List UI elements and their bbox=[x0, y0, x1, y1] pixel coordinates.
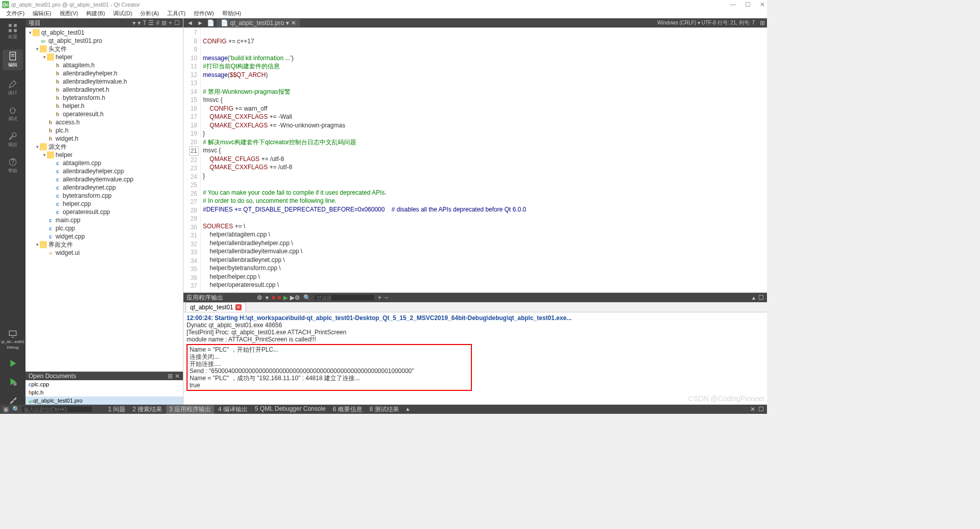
activity-welcome[interactable]: 欢迎 bbox=[3, 23, 23, 40]
tree-row[interactable]: helper.cpp bbox=[25, 200, 183, 208]
tree-row[interactable]: ▾helper bbox=[25, 53, 183, 61]
rerun-debug-icon[interactable]: ▶⚙ bbox=[290, 294, 300, 301]
statusbar-item[interactable]: 6 概要信息 bbox=[330, 405, 365, 414]
menu-file[interactable]: 文件(F) bbox=[3, 9, 28, 18]
status-close-icon[interactable]: ✕ bbox=[750, 406, 755, 413]
filter-input[interactable] bbox=[314, 294, 375, 301]
statusbar-item[interactable]: 3 应用程序输出 bbox=[166, 405, 214, 414]
tree-row[interactable]: allenbradleyitemvalue.h bbox=[25, 77, 183, 86]
menu-edit[interactable]: 编辑(E) bbox=[30, 9, 55, 18]
statusbar-item[interactable]: 1 问题 bbox=[105, 405, 128, 414]
activity-design[interactable]: 设计 bbox=[3, 80, 23, 96]
statusbar-item[interactable]: 4 编译输出 bbox=[215, 405, 251, 414]
opendoc-item[interactable]: plc.cpp bbox=[25, 380, 183, 388]
menu-help[interactable]: 帮助(H) bbox=[219, 9, 244, 18]
locator-input[interactable] bbox=[21, 406, 93, 413]
editor-split-icon[interactable]: ⊞ bbox=[760, 19, 765, 27]
tree-row[interactable]: widget.ui bbox=[25, 249, 183, 257]
menu-build[interactable]: 构建(B) bbox=[83, 9, 108, 18]
tree-row[interactable]: plc.h bbox=[25, 126, 183, 135]
activity-projects[interactable]: 项目 bbox=[3, 131, 23, 148]
zoom-in-icon[interactable]: + bbox=[378, 294, 382, 301]
tree-row[interactable]: widget.cpp bbox=[25, 232, 183, 241]
opendoc-item[interactable]: plc.h bbox=[25, 388, 183, 396]
tree-row[interactable]: abtagitem.cpp bbox=[25, 159, 183, 167]
debug-run-button[interactable] bbox=[3, 377, 23, 386]
activity-help[interactable]: ? 帮助 bbox=[3, 157, 23, 174]
editor-tab[interactable]: 📄 qt_abplc_test01.pro ▾ ✕ bbox=[217, 19, 300, 27]
stop-icon[interactable]: ■ bbox=[272, 294, 275, 301]
toggle-sidebar-icon[interactable]: ▣ bbox=[3, 406, 10, 413]
sidebar-tool[interactable]: ▾ bbox=[138, 19, 141, 27]
output-tab[interactable]: qt_abplc_test01 ✕ bbox=[186, 302, 246, 312]
sidebar-tool[interactable]: + bbox=[169, 19, 172, 27]
statusbar-item[interactable]: 5 QML Debugger Console bbox=[252, 405, 329, 414]
tree-row[interactable]: allenbradleyhelper.h bbox=[25, 69, 183, 77]
tab-close-icon[interactable]: ✕ bbox=[291, 19, 296, 27]
tree-row[interactable]: bytetransform.cpp bbox=[25, 192, 183, 200]
project-tree[interactable]: ▾qt_abplc_test01qt_abplc_test01.pro▾头文件▾… bbox=[25, 28, 183, 372]
run-button[interactable] bbox=[3, 359, 23, 368]
output-dropdown-icon[interactable]: ▾ bbox=[266, 294, 269, 301]
tree-row[interactable]: main.cpp bbox=[25, 216, 183, 224]
kit-selector[interactable]: qt_ab...est01 Debug bbox=[3, 329, 23, 350]
output-tab-close-icon[interactable]: ✕ bbox=[235, 304, 242, 310]
minimize-button[interactable]: — bbox=[730, 1, 736, 8]
tab-dropdown-icon[interactable]: ▾ bbox=[286, 19, 289, 27]
statusbar-up-icon[interactable]: ▴ bbox=[403, 405, 412, 414]
tree-row[interactable]: qt_abplc_test01.pro bbox=[25, 37, 183, 45]
tree-row[interactable]: access.h bbox=[25, 118, 183, 126]
tree-row[interactable]: ▾helper bbox=[25, 151, 183, 159]
close-button[interactable]: ✕ bbox=[760, 1, 765, 8]
build-button[interactable] bbox=[3, 395, 23, 405]
menu-view[interactable]: 视图(V) bbox=[57, 9, 82, 18]
nav-forward-icon[interactable]: ► bbox=[196, 19, 205, 27]
nav-back-icon[interactable]: ◄ bbox=[186, 19, 195, 27]
sidebar-tool[interactable]: ▾ bbox=[133, 19, 136, 27]
activity-debug[interactable]: 调试 bbox=[3, 105, 23, 122]
tree-row[interactable]: ▾界面文件 bbox=[25, 241, 183, 249]
code-content[interactable]: CONFIG += c++17 message('build kit infor… bbox=[201, 28, 767, 293]
editor-status[interactable]: Windows (CRLF) ▾ UTF-8 行号: 21, 列号: 7 bbox=[657, 19, 758, 27]
sidebar-tool[interactable]: # bbox=[156, 19, 160, 27]
output-max-icon[interactable]: ☐ bbox=[758, 294, 764, 301]
opendoc-item[interactable]: qt_abplc_test01.pro bbox=[25, 396, 183, 405]
tree-row[interactable]: bytetransform.h bbox=[25, 94, 183, 102]
sidebar-tool[interactable]: ☐ bbox=[174, 19, 180, 27]
tree-row[interactable]: operateresult.cpp bbox=[25, 208, 183, 216]
tree-row[interactable]: allenbradleynet.cpp bbox=[25, 183, 183, 192]
code-editor[interactable]: 7891011121314151617181920212223242526272… bbox=[183, 28, 767, 293]
statusbar-item[interactable]: 8 测试结果 bbox=[366, 405, 402, 414]
statusbar-item[interactable]: 2 搜索结果 bbox=[129, 405, 165, 414]
progress-icon[interactable]: ☐ bbox=[758, 406, 764, 413]
maximize-button[interactable]: ☐ bbox=[745, 1, 751, 8]
menu-tools[interactable]: 工具(T) bbox=[164, 9, 189, 18]
tree-row[interactable]: allenbradleyitemvalue.cpp bbox=[25, 175, 183, 183]
activity-edit[interactable]: 编辑 bbox=[3, 49, 23, 70]
menu-analyze[interactable]: 分析(A) bbox=[137, 9, 162, 18]
tree-row[interactable]: ▾qt_abplc_test01 bbox=[25, 29, 183, 37]
stop-all-icon[interactable]: ■ bbox=[277, 294, 281, 301]
rerun-icon[interactable]: ▶ bbox=[283, 294, 288, 301]
zoom-out-icon[interactable]: − bbox=[385, 294, 388, 301]
sidebar-tool[interactable]: ⊞ bbox=[162, 19, 167, 27]
menu-widgets[interactable]: 控件(W) bbox=[191, 9, 217, 18]
tree-row[interactable]: allenbradleynet.h bbox=[25, 86, 183, 94]
tree-row[interactable]: operateresult.h bbox=[25, 110, 183, 118]
menu-debug[interactable]: 调试(D) bbox=[110, 9, 135, 18]
opendocs-split-icon[interactable]: ⊞ bbox=[168, 373, 173, 380]
sidebar-tool[interactable]: T bbox=[143, 19, 146, 27]
tree-row[interactable]: plc.cpp bbox=[25, 224, 183, 232]
tree-row[interactable]: ▾源文件 bbox=[25, 143, 183, 151]
output-up-icon[interactable]: ▴ bbox=[752, 294, 755, 301]
tree-row[interactable]: widget.h bbox=[25, 135, 183, 143]
output-tool-icon[interactable]: ⚙ bbox=[257, 294, 262, 301]
output-content[interactable]: 12:00:24: Starting H:\qt_workspace\build… bbox=[183, 312, 767, 405]
tree-row[interactable]: abtagitem.h bbox=[25, 61, 183, 69]
sidebar-tool[interactable]: ☰ bbox=[148, 19, 154, 27]
bookmark-icon[interactable]: 📄 bbox=[207, 19, 215, 27]
tree-row[interactable]: ▾头文件 bbox=[25, 45, 183, 53]
tree-row[interactable]: helper.h bbox=[25, 102, 183, 110]
opendocs-close-icon[interactable]: ✕ bbox=[175, 373, 180, 380]
tree-row[interactable]: allenbradleyhelper.cpp bbox=[25, 167, 183, 175]
